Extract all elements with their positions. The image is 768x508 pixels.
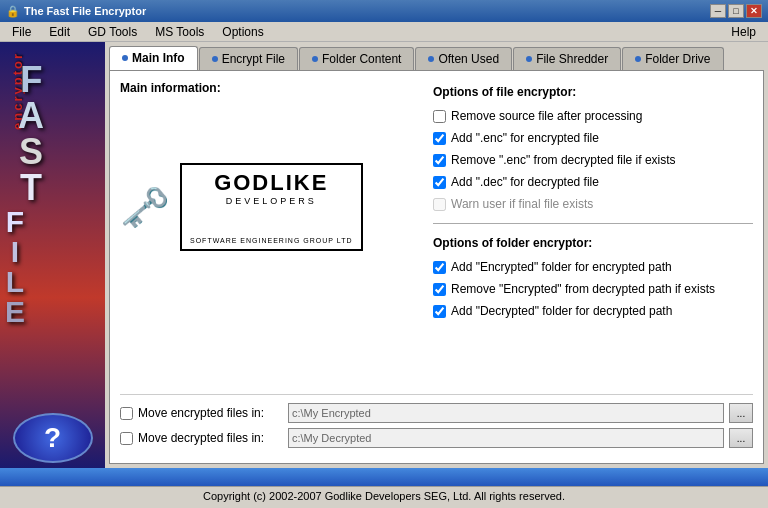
menu-ms-tools[interactable]: MS Tools [147,23,212,41]
menu-help[interactable]: Help [723,23,764,41]
move-encrypted-input[interactable] [288,403,724,423]
move-decrypted-input[interactable] [288,428,724,448]
bottom-fields: Move encrypted files in: ... Move decryp… [120,394,753,453]
godlike-title: GODLIKE [190,170,353,196]
tab-often-used[interactable]: Often Used [415,47,512,70]
sidebar-f: F [21,62,42,98]
logo-area: 🗝️ GODLIKE DEVELOPERS [120,163,423,251]
right-panel: Options of file encryptor: Remove source… [433,81,753,390]
menu-bar: File Edit GD Tools MS Tools Options Help [0,22,768,42]
option-add-enc-checkbox[interactable] [433,132,446,145]
option-add-decrypted-folder-checkbox[interactable] [433,305,446,318]
sidebar-t: T [20,170,42,206]
option-remove-encrypted-folder: Remove "Encrypted" from decrypted path i… [433,282,753,296]
option-remove-enc: Remove ".enc" from decrypted file if exi… [433,153,753,167]
option-warn-user-checkbox[interactable] [433,198,446,211]
option-warn-user-label: Warn user if final file exists [451,197,593,211]
option-add-decrypted-folder: Add "Decrypted" folder for decrypted pat… [433,304,753,318]
option-add-encrypted-folder-checkbox[interactable] [433,261,446,274]
tab-dot-encrypt [212,56,218,62]
progress-bar-fill [0,468,768,486]
option-remove-enc-checkbox[interactable] [433,154,446,167]
browse-encrypted-button[interactable]: ... [729,403,753,423]
main-info-label: Main information: [120,81,423,95]
divider [433,223,753,224]
godlike-box: GODLIKE DEVELOPERS [180,163,363,251]
progress-bar-container [0,468,768,486]
field-row-encrypted: Move encrypted files in: ... [120,403,753,423]
option-warn-user: Warn user if final file exists [433,197,753,211]
option-add-dec-checkbox[interactable] [433,176,446,189]
tab-main-info-label: Main Info [132,51,185,65]
option-remove-enc-label: Remove ".enc" from decrypted file if exi… [451,153,676,167]
barcode [190,210,353,235]
option-add-enc-label: Add ".enc" for encrypted file [451,131,599,145]
menu-file[interactable]: File [4,23,39,41]
tab-encrypt-file-label: Encrypt File [222,52,285,66]
move-encrypted-checkbox[interactable] [120,407,133,420]
option-add-encrypted-folder-label: Add "Encrypted" folder for encrypted pat… [451,260,672,274]
menu-options[interactable]: Options [214,23,271,41]
option-add-decrypted-folder-label: Add "Decrypted" folder for decrypted pat… [451,304,672,318]
sidebar-help-button[interactable]: ? [13,413,93,463]
tab-dot-drive [635,56,641,62]
title-bar: 🔒 The Fast File Encryptor ─ □ ✕ [0,0,768,22]
menu-edit[interactable]: Edit [41,23,78,41]
option-add-enc: Add ".enc" for encrypted file [433,131,753,145]
tab-dot-shredder [526,56,532,62]
tab-dot-often [428,56,434,62]
main-layout: encryptor F A S T F I L E ? Main Info [0,42,768,468]
options-folder-label: Options of folder encryptor: [433,236,753,250]
option-add-encrypted-folder: Add "Encrypted" folder for encrypted pat… [433,260,753,274]
close-button[interactable]: ✕ [746,4,762,18]
godlike-dev: DEVELOPERS [190,196,353,206]
sidebar-ii: I [11,237,19,267]
option-remove-encrypted-folder-label: Remove "Encrypted" from decrypted path i… [451,282,715,296]
title-bar-left: 🔒 The Fast File Encryptor [6,5,146,18]
app-title: The Fast File Encryptor [24,5,146,17]
browse-decrypted-button[interactable]: ... [729,428,753,448]
option-remove-encrypted-folder-checkbox[interactable] [433,283,446,296]
tab-folder-drive[interactable]: Folder Drive [622,47,723,70]
tab-dot-folder [312,56,318,62]
minimize-button[interactable]: ─ [710,4,726,18]
option-remove-source: Remove source file after processing [433,109,753,123]
tab-file-shredder-label: File Shredder [536,52,608,66]
option-remove-source-checkbox[interactable] [433,110,446,123]
tab-main-info[interactable]: Main Info [109,46,198,70]
options-file-label: Options of file encryptor: [433,85,753,99]
move-encrypted-label: Move encrypted files in: [138,406,283,420]
content-area: Main Info Encrypt File Folder Content Of… [105,42,768,468]
left-panel: Main information: 🗝️ GODLIKE DEVELOPERS [120,81,423,390]
move-decrypted-checkbox[interactable] [120,432,133,445]
app-icon: 🔒 [6,5,20,18]
option-add-dec: Add ".dec" for decrypted file [433,175,753,189]
footer-text: Copyright (c) 2002-2007 Godlike Develope… [203,490,565,502]
footer: Copyright (c) 2002-2007 Godlike Develope… [0,486,768,504]
panel-content: Main information: 🗝️ GODLIKE DEVELOPERS [120,81,753,390]
sidebar: encryptor F A S T F I L E ? [0,42,105,468]
sidebar-a: A [18,98,44,134]
keys-icon: 🗝️ [120,184,170,231]
maximize-button[interactable]: □ [728,4,744,18]
menu-gd-tools[interactable]: GD Tools [80,23,145,41]
tab-folder-drive-label: Folder Drive [645,52,710,66]
tab-file-shredder[interactable]: File Shredder [513,47,621,70]
sidebar-s: S [19,134,43,170]
tab-often-used-label: Often Used [438,52,499,66]
tab-dot-main [122,55,128,61]
sidebar-ll: L [6,267,24,297]
tab-folder-content[interactable]: Folder Content [299,47,414,70]
godlike-footer: SOFTWARE ENGINEERING GROUP LTD [190,237,353,244]
option-remove-source-label: Remove source file after processing [451,109,642,123]
field-row-decrypted: Move decrypted files in: ... [120,428,753,448]
move-decrypted-label: Move decrypted files in: [138,431,283,445]
tab-folder-content-label: Folder Content [322,52,401,66]
main-panel: Main information: 🗝️ GODLIKE DEVELOPERS [109,70,764,464]
sidebar-question-mark: ? [44,422,61,454]
tab-bar: Main Info Encrypt File Folder Content Of… [109,46,764,70]
tab-encrypt-file[interactable]: Encrypt File [199,47,298,70]
sidebar-fi: F [6,207,24,237]
sidebar-ee: E [5,297,25,327]
option-add-dec-label: Add ".dec" for decrypted file [451,175,599,189]
